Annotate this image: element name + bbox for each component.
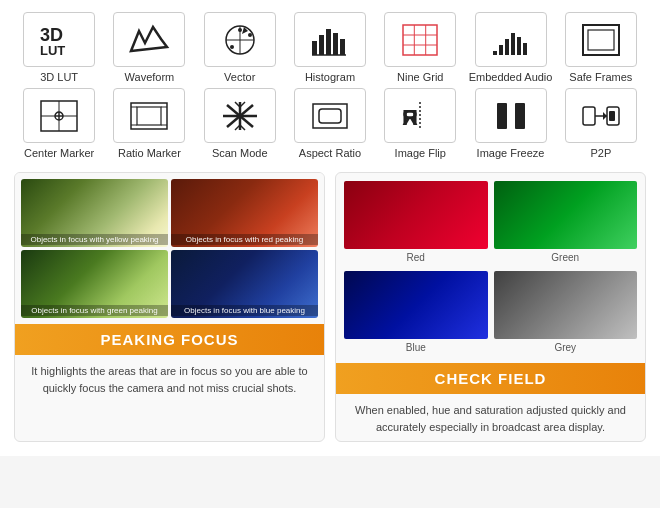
cf-cell-blue: Blue [344,271,488,355]
icon-item-waveform[interactable]: Waveform [106,12,192,84]
waveform-icon [127,21,171,59]
icon-box-nine-grid [384,12,456,67]
svg-rect-24 [511,33,515,55]
icon-label-safe-frames: Safe Frames [569,71,632,84]
cf-cell-grey: Grey [494,271,638,355]
svg-rect-50 [319,109,341,123]
icon-box-aspect-ratio [294,88,366,143]
ratio-marker-icon [127,97,171,135]
nine-grid-icon [398,21,442,59]
icon-label-histogram: Histogram [305,71,355,84]
svg-rect-49 [313,104,347,128]
icon-item-histogram[interactable]: Histogram [287,12,373,84]
svg-rect-22 [499,45,503,55]
caption-yellow: Objects in focus with yellow peaking [21,234,168,245]
icons-grid: 3D LUT 3D LUT Waveform [14,12,646,160]
peaking-images-grid: Objects in focus with yellow peaking Obj… [15,173,324,324]
center-marker-icon [37,97,81,135]
3d-lut-icon: 3D LUT [37,21,81,59]
checkfield-description: When enabled, hue and saturation adjuste… [336,394,645,441]
embedded-audio-icon [489,21,533,59]
svg-rect-14 [340,39,345,55]
safe-frames-icon [579,21,623,59]
svg-rect-16 [403,25,437,55]
svg-rect-56 [583,107,595,125]
aspect-ratio-icon [308,97,352,135]
icon-box-safe-frames [565,12,637,67]
vector-icon [218,21,262,59]
icon-box-waveform [113,12,185,67]
cf-caption-blue: Blue [344,339,488,355]
svg-rect-60 [609,111,615,121]
icon-box-center-marker [23,88,95,143]
scan-mode-icon [218,97,262,135]
caption-red: Objects in focus with red peaking [171,234,318,245]
icon-item-image-flip[interactable]: R R Image Flip [377,88,463,160]
icon-item-image-freeze[interactable]: Image Freeze [468,88,554,160]
icon-box-histogram [294,12,366,67]
icon-box-ratio-marker [113,88,185,143]
svg-rect-36 [137,107,161,125]
icon-box-image-freeze [475,88,547,143]
icon-box-embedded-audio [475,12,547,67]
svg-text:LUT: LUT [40,43,65,58]
checkfield-images-grid: Red Green Blue Grey [336,173,645,363]
icon-item-aspect-ratio[interactable]: Aspect Ratio [287,88,373,160]
svg-rect-55 [515,103,525,129]
peaking-description: It highlights the areas that are in focu… [15,355,324,402]
svg-rect-23 [505,39,509,55]
icon-item-scan-mode[interactable]: Scan Mode [197,88,283,160]
svg-rect-21 [493,51,497,55]
icon-label-image-freeze: Image Freeze [477,147,545,160]
peaking-title: PEAKING FOCUS [15,324,324,355]
cf-caption-green: Green [494,249,638,265]
svg-rect-54 [497,103,507,129]
cf-img-grey [494,271,638,339]
svg-rect-10 [312,41,317,55]
icon-label-nine-grid: Nine Grid [397,71,443,84]
icon-label-image-flip: Image Flip [395,147,446,160]
icon-label-ratio-marker: Ratio Marker [118,147,181,160]
checkfield-title: CHECK FIELD [336,363,645,394]
check-field-card: Red Green Blue Grey CHECK FIELD When ena… [335,172,646,442]
caption-green: Objects in focus with green peaking [21,305,168,316]
icon-item-safe-frames[interactable]: Safe Frames [558,12,644,84]
svg-point-7 [248,33,252,37]
icon-label-3d-lut: 3D LUT [40,71,78,84]
peaking-img-yellow: Objects in focus with yellow peaking [21,179,168,247]
histogram-icon [308,21,352,59]
svg-marker-2 [131,27,167,51]
icon-label-center-marker: Center Marker [24,147,94,160]
icon-box-scan-mode [204,88,276,143]
peaking-img-blue: Objects in focus with blue peaking [171,250,318,318]
icon-label-p2p: P2P [590,147,611,160]
icon-box-3d-lut: 3D LUT [23,12,95,67]
cf-img-red [344,181,488,249]
icon-item-embedded-audio[interactable]: Embedded Audio [468,12,554,84]
peaking-focus-card: Objects in focus with yellow peaking Obj… [14,172,325,442]
icon-item-3d-lut[interactable]: 3D LUT 3D LUT [16,12,102,84]
icon-item-vector[interactable]: Vector [197,12,283,84]
icon-label-embedded-audio: Embedded Audio [469,71,553,84]
cf-cell-red: Red [344,181,488,265]
svg-rect-25 [517,37,521,55]
caption-blue: Objects in focus with blue peaking [171,305,318,316]
icon-item-ratio-marker[interactable]: Ratio Marker [106,88,192,160]
icons-row-2: Center Marker Ratio Marker [14,88,646,160]
p2p-icon [579,97,623,135]
icon-label-vector: Vector [224,71,255,84]
cf-img-green [494,181,638,249]
svg-rect-28 [588,30,614,50]
cf-img-blue [344,271,488,339]
icon-item-center-marker[interactable]: Center Marker [16,88,102,160]
icon-item-p2p[interactable]: P2P [558,88,644,160]
cf-caption-red: Red [344,249,488,265]
icon-box-image-flip: R R [384,88,456,143]
icon-item-nine-grid[interactable]: Nine Grid [377,12,463,84]
svg-point-6 [238,28,242,32]
icons-row-1: 3D LUT 3D LUT Waveform [14,12,646,84]
cf-caption-grey: Grey [494,339,638,355]
svg-rect-26 [523,43,527,55]
image-freeze-icon [489,97,533,135]
peaking-img-green: Objects in focus with green peaking [21,250,168,318]
